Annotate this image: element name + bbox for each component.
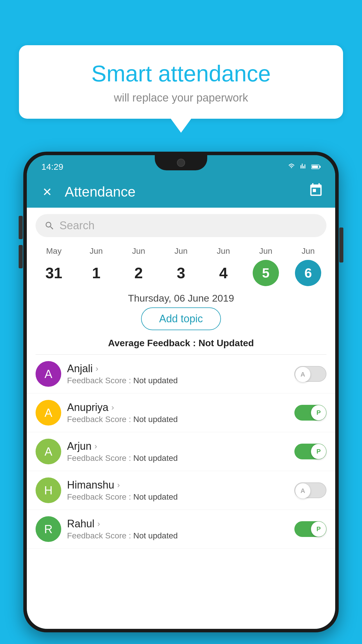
app-bar: × Attendance [27,176,335,208]
main-content: Search May31Jun1Jun2Jun3Jun4Jun5Jun6 Thu… [27,208,335,629]
phone-screen: 14:29 × Attendance [27,155,335,629]
student-avatar: A [36,361,61,387]
student-avatar: A [36,439,61,464]
student-info: Arjun ›Feedback Score : Not updated [61,440,294,463]
chevron-right-icon: › [97,519,100,528]
cal-month: Jun [217,246,230,256]
attendance-toggle[interactable]: A [294,482,326,498]
student-name: Anupriya › [67,401,289,414]
calendar-day[interactable]: Jun1 [80,246,112,286]
cal-date[interactable]: 2 [126,260,152,286]
student-name: Himanshu › [67,479,289,491]
svg-rect-1 [320,166,321,168]
attendance-toggle[interactable]: P [294,521,326,537]
app-bar-title: Attendance [65,184,300,200]
cal-date[interactable]: 31 [41,260,67,286]
add-topic-button[interactable]: Add topic [141,307,221,330]
cal-month: May [46,246,61,256]
student-item[interactable]: AAnjali ›Feedback Score : Not updatedA [27,355,335,393]
chevron-right-icon: › [96,364,98,373]
student-avatar: H [36,477,61,503]
student-info: Anjali ›Feedback Score : Not updated [61,363,294,385]
volume-up-button [19,216,23,239]
toggle-knob: A [295,483,310,498]
cal-month: Jun [302,246,315,256]
calendar-day[interactable]: May31 [38,246,70,286]
attendance-toggle[interactable]: P [294,444,326,459]
cal-month: Jun [90,246,103,256]
toggle-knob: A [295,367,310,382]
chevron-right-icon: › [94,442,97,451]
power-button [339,228,343,262]
battery-icon [311,164,321,170]
student-item[interactable]: HHimanshu ›Feedback Score : Not updatedA [27,471,335,510]
cal-date[interactable]: 5 [253,260,279,286]
calendar-day[interactable]: Jun3 [165,246,197,286]
speech-bubble: Smart attendance will replace your paper… [19,45,343,119]
student-name: Arjun › [67,440,289,452]
chevron-right-icon: › [117,480,120,490]
student-avatar: R [36,516,61,542]
attendance-toggle[interactable]: A [294,366,326,382]
student-item[interactable]: AArjun ›Feedback Score : Not updatedP [27,432,335,471]
bubble-subtitle: will replace your paperwork [36,92,326,104]
student-feedback: Feedback Score : Not updated [67,531,289,540]
calendar-day[interactable]: Jun5 [250,246,282,286]
status-icons [287,164,321,170]
phone-notch [155,155,207,170]
calendar-day[interactable]: Jun6 [292,246,324,286]
student-feedback: Feedback Score : Not updated [67,376,289,385]
phone-frame: 14:29 × Attendance [23,152,339,632]
calendar-day[interactable]: Jun4 [207,246,239,286]
signal-icon [299,164,308,170]
student-feedback: Feedback Score : Not updated [67,492,289,502]
cal-month: Jun [259,246,272,256]
student-item[interactable]: AAnupriya ›Feedback Score : Not updatedP [27,393,335,432]
student-feedback: Feedback Score : Not updated [67,415,289,424]
search-container: Search [27,208,335,244]
student-name: Rahul › [67,518,289,530]
cal-date[interactable]: 4 [210,260,236,286]
svg-rect-2 [312,165,318,168]
search-bar[interactable]: Search [36,214,326,237]
attendance-toggle[interactable]: P [294,405,326,421]
front-camera [177,159,185,167]
cal-month: Jun [174,246,187,256]
wifi-icon [287,164,296,170]
student-avatar: A [36,400,61,426]
calendar-strip: May31Jun1Jun2Jun3Jun4Jun5Jun6 [27,244,335,286]
student-info: Anupriya ›Feedback Score : Not updated [61,401,294,424]
toggle-knob: P [311,405,326,420]
student-feedback: Feedback Score : Not updated [67,454,289,463]
student-item[interactable]: RRahul ›Feedback Score : Not updatedP [27,510,335,549]
volume-down-button [19,245,23,268]
cal-date[interactable]: 3 [168,260,194,286]
cal-month: Jun [132,246,145,256]
selected-date-label: Thursday, 06 June 2019 [27,286,335,307]
student-info: Rahul ›Feedback Score : Not updated [61,518,294,540]
student-list: AAnjali ›Feedback Score : Not updatedAAA… [27,355,335,549]
student-name: Anjali › [67,363,289,375]
bubble-title: Smart attendance [36,61,326,86]
search-icon [44,220,55,231]
calendar-button[interactable] [308,183,324,201]
toggle-knob: P [311,522,326,537]
status-time: 14:29 [41,162,63,172]
avg-feedback: Average Feedback : Not Updated [27,335,335,354]
toggle-knob: P [311,444,326,459]
calendar-day[interactable]: Jun2 [123,246,155,286]
cal-date[interactable]: 1 [83,260,109,286]
search-placeholder: Search [59,219,94,232]
speech-bubble-container: Smart attendance will replace your paper… [19,45,343,119]
student-info: Himanshu ›Feedback Score : Not updated [61,479,294,502]
chevron-right-icon: › [111,403,114,412]
close-button[interactable]: × [38,184,56,199]
cal-date[interactable]: 6 [295,260,321,286]
